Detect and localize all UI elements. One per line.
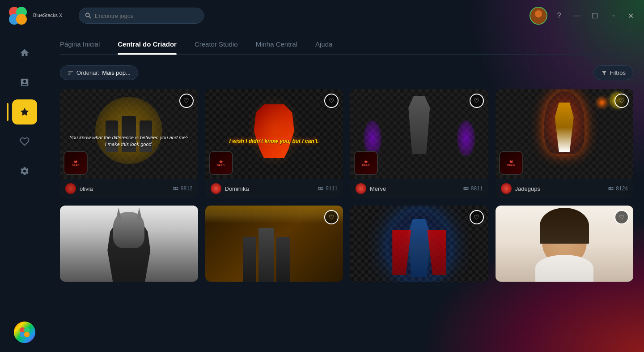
titlebar-right: ? — ☐ → ✕ [530,7,637,25]
card-1-game-thumb: ☠ DEAD [64,151,88,175]
card-4-game-thumb: ☠ DEAD [499,151,523,175]
card-3-game-thumb: ☠ DEAD [354,151,378,175]
card-8-image: ♡ [496,206,634,282]
tab-studio[interactable]: Creator Studio [195,40,238,54]
card-2-avatar [211,183,221,194]
card-1-image: You know what the difference is between … [60,89,198,179]
minimize-button[interactable]: — [571,9,583,22]
sidebar-item-settings[interactable] [12,159,37,184]
card-3-author-name: Merve [370,185,386,192]
card-8-heart[interactable]: ♡ [614,210,629,224]
card-3-meta: Merve 8811 [350,179,488,198]
card-6-image: ♡ [205,206,343,282]
card-6[interactable]: ♡ [205,206,343,282]
user-avatar[interactable] [530,7,547,25]
sidebar [0,31,49,352]
card-4-avatar [501,183,512,194]
card-3[interactable]: ♡ ☠ DEAD Merve 8811 [350,89,488,198]
card-6-heart[interactable]: ♡ [324,210,339,224]
svg-point-12 [24,332,30,338]
app-name: BlueStacks X [33,13,62,18]
card-7[interactable]: ♡ [350,206,488,282]
main-content: Página Inicial Central do Criador Creato… [49,31,644,352]
card-1-meta: olivia 9812 [60,179,198,198]
card-2-stats: 9111 [318,185,338,192]
card-1-stats: 9812 [173,185,193,192]
card-1-author-name: olivia [80,185,93,192]
card-8[interactable]: ♡ [496,206,634,282]
sort-button[interactable]: Ordenar: Mais pop... [60,65,138,80]
sort-value: Mais pop... [102,69,131,76]
filter-icon [601,70,607,76]
card-1-text: You know what the difference is between … [60,134,198,147]
svg-line-5 [89,17,91,18]
sidebar-item-creator[interactable] [12,99,37,124]
svg-point-3 [16,14,27,25]
card-2-author: Dominika [211,183,249,194]
sidebar-bottom [14,322,35,343]
card-4-author: Jadegups [501,183,540,194]
logo-area: BlueStacks X [7,5,65,26]
card-1-heart[interactable]: ♡ [179,94,194,108]
card-3-stats: 8811 [463,185,483,192]
card-2-meta: Dominika 9111 [205,179,343,198]
card-2-heart[interactable]: ♡ [324,94,339,108]
close-button[interactable]: ✕ [624,9,637,22]
filter-label: Filtros [610,69,626,76]
card-7-heart[interactable]: ♡ [470,210,484,224]
nav-button[interactable]: → [606,9,619,22]
card-5-image [60,206,198,282]
tab-minha[interactable]: Minha Central [256,40,297,54]
titlebar: BlueStacks X ? — ☐ → ✕ [0,0,644,31]
sidebar-item-favorites[interactable] [12,129,37,154]
maximize-button[interactable]: ☐ [589,9,601,22]
tab-ajuda[interactable]: Ajuda [315,40,332,54]
card-4-author-name: Jadegups [515,185,540,192]
search-icon [85,13,91,19]
card-3-avatar [356,183,366,194]
bluestacks-logo-icon [7,5,29,26]
card-3-heart[interactable]: ♡ [470,94,484,108]
card-7-image: ♡ [350,206,488,282]
card-1[interactable]: You know what the difference is between … [60,89,198,198]
card-2-game-thumb: ☠ DEAD [209,151,233,175]
sort-icon [68,70,74,76]
card-3-image: ♡ ☠ DEAD [350,89,488,179]
cards-grid: You know what the difference is between … [60,89,633,291]
card-2[interactable]: I wish I didn't know you, but I can't. ♡… [205,89,343,198]
card-1-author: olivia [65,183,93,194]
card-4-heart[interactable]: ♡ [614,94,629,108]
card-4-stats: 8124 [608,185,628,192]
tab-central[interactable]: Central do Criador [118,40,177,54]
sidebar-item-store[interactable] [12,70,37,95]
card-4-image: ♡ ☠ DEAD [496,89,634,179]
bluestacks-bottom-logo[interactable] [14,322,35,343]
help-button[interactable]: ? [553,9,565,22]
card-1-avatar [65,183,76,194]
toolbar: Ordenar: Mais pop... Filtros [60,65,633,80]
card-2-text: I wish I didn't know you, but I can't. [205,138,343,145]
nav-tabs: Página Inicial Central do Criador Creato… [60,31,633,55]
card-2-author-name: Dominika [225,185,249,192]
svg-point-4 [86,13,89,17]
sidebar-item-home[interactable] [12,40,37,65]
card-4[interactable]: ♡ ☠ DEAD Jadegups 8124 [496,89,634,198]
search-bar[interactable] [79,8,204,24]
sort-label: Ordenar: [76,69,99,76]
filter-button[interactable]: Filtros [593,65,633,80]
search-input[interactable] [95,13,197,19]
svg-point-7 [535,10,542,17]
tab-home[interactable]: Página Inicial [60,40,100,54]
card-2-image: I wish I didn't know you, but I can't. ♡… [205,89,343,179]
card-4-meta: Jadegups 8124 [496,179,634,198]
card-5[interactable] [60,206,198,282]
card-3-author: Merve [356,183,386,194]
